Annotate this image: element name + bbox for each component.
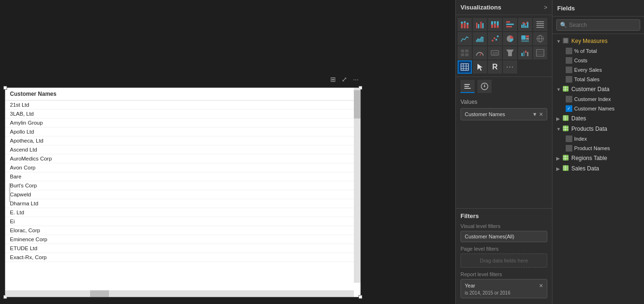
scrollbar-thumb[interactable] — [354, 90, 360, 118]
list-item[interactable]: Bare — [5, 172, 354, 181]
table-icon — [563, 126, 569, 132]
viz-icon-area[interactable] — [473, 32, 487, 45]
report-filter-pill[interactable]: Year × is 2014, 2015 or 2016 — [460, 279, 547, 298]
viz-icon-more[interactable]: ··· — [503, 60, 517, 74]
viz-icon-clustered-bar[interactable] — [473, 18, 487, 31]
list-item[interactable]: Burt's Corp — [5, 181, 354, 190]
list-item[interactable]: Elorac, Corp — [5, 226, 354, 235]
viz-icon-row-3: 123 — [458, 46, 550, 59]
resize-handle-bottomright[interactable] — [359, 295, 362, 299]
svg-rect-3 — [464, 21, 466, 23]
svg-rect-36 — [521, 40, 529, 42]
fields-search-input[interactable] — [556, 19, 640, 31]
list-item[interactable]: Apotheca, Ltd — [5, 136, 354, 145]
viz-visual-filter-name: Customer Names(All) — [465, 234, 514, 239]
visual-center-icon[interactable]: ⊞ — [328, 75, 338, 84]
viz-icon-stacked-bar[interactable] — [458, 18, 472, 31]
fields-item[interactable]: % of Total — [552, 46, 644, 56]
fields-group-header-products-data[interactable]: ▼Products Data — [552, 124, 644, 134]
list-area[interactable]: Customer Names 21st Ltd3LAB, LtdAmylin G… — [5, 88, 354, 283]
viz-icon-row-1 — [458, 18, 550, 31]
svg-rect-24 — [536, 23, 544, 24]
fields-group-sales-data: ▶Sales Data — [552, 163, 644, 174]
fields-group-header-dates[interactable]: ▶Dates — [552, 113, 644, 124]
viz-icon-scatter[interactable] — [488, 32, 502, 45]
bottom-scrollbar-thumb[interactable] — [90, 290, 109, 297]
list-item[interactable]: Apollo Ltd — [5, 127, 354, 136]
resize-handle-topleft[interactable] — [3, 86, 7, 90]
viz-icon-map[interactable] — [533, 32, 547, 45]
fields-group-header-regions-table[interactable]: ▶Regions Table — [552, 153, 644, 163]
svg-rect-4 — [467, 25, 468, 28]
list-item[interactable]: 3LAB, Ltd — [5, 110, 354, 118]
viz-icon-cursor[interactable] — [473, 60, 487, 74]
report-filter-remove[interactable]: × — [539, 282, 543, 289]
left-edge-handle[interactable] — [9, 183, 10, 202]
viz-icon-card[interactable]: 123 — [488, 46, 502, 59]
svg-rect-40 — [461, 50, 464, 52]
viz-field-remove[interactable]: × — [539, 110, 543, 118]
viz-icon-line-bar[interactable] — [518, 18, 532, 31]
svg-rect-41 — [465, 50, 468, 52]
fields-item[interactable]: Every Sales — [552, 65, 644, 75]
fields-item[interactable]: Total Sales — [552, 75, 644, 84]
fields-item-name: Costs — [574, 58, 587, 63]
viz-icon-treemap[interactable] — [518, 32, 532, 45]
fields-item-name: Product Names — [574, 145, 610, 151]
viz-bottom-icons — [456, 76, 552, 96]
svg-rect-23 — [536, 21, 544, 22]
list-item[interactable]: Avon Corp — [5, 163, 354, 172]
list-item[interactable]: Dharma Ltd — [5, 199, 354, 208]
viz-icon-stacked-bar-100[interactable] — [488, 18, 502, 31]
visual-expand-icon[interactable]: ⤢ — [340, 75, 349, 84]
list-item[interactable]: Exact-Rx, Corp — [5, 253, 354, 262]
viz-icon-bar-chart[interactable] — [503, 18, 517, 31]
viz-icon-gauge[interactable] — [473, 46, 487, 59]
vertical-scrollbar[interactable] — [354, 88, 360, 283]
fields-group-header-customer-data[interactable]: ▼Customer Data — [552, 84, 644, 94]
report-filter-name: Year — [465, 283, 475, 288]
fields-group-regions-table: ▶Regions Table — [552, 153, 644, 163]
list-item[interactable]: AuroMedics Corp — [5, 154, 354, 163]
list-item[interactable]: Capweld — [5, 190, 354, 199]
measure-icon — [563, 38, 569, 44]
viz-format-icon[interactable] — [460, 80, 475, 93]
fields-item[interactable]: Customer Index — [552, 94, 644, 104]
viz-icon-multi-row[interactable] — [533, 18, 547, 31]
svg-rect-34 — [526, 35, 529, 37]
fields-group-name: Dates — [571, 115, 640, 122]
list-item[interactable]: Amylin Group — [5, 118, 354, 127]
fields-item[interactable]: Product Names — [552, 144, 644, 153]
viz-visual-filter-pill[interactable]: Customer Names(All) — [460, 231, 547, 242]
viz-icon-waterfall[interactable] — [518, 46, 532, 59]
viz-icon-funnel[interactable] — [503, 46, 517, 59]
viz-panel-expand[interactable]: > — [544, 4, 547, 11]
visual-more-icon[interactable]: ··· — [351, 75, 360, 84]
visual-container[interactable]: ⊞ ⤢ ··· Customer Names 21st Ltd3LAB, Ltd… — [5, 87, 361, 297]
fields-group-header-key-measures[interactable]: ▼Key Measures — [552, 36, 644, 46]
fields-item[interactable]: Index — [552, 134, 644, 144]
fields-item[interactable]: Costs — [552, 56, 644, 65]
fields-group-header-sales-data[interactable]: ▶Sales Data — [552, 163, 644, 174]
list-item[interactable]: ETUDE Ltd — [5, 244, 354, 253]
list-item[interactable]: Ei — [5, 217, 354, 226]
list-item[interactable]: Ascend Ltd — [5, 145, 354, 154]
viz-analytics-icon[interactable] — [477, 80, 492, 93]
viz-icon-ribbon[interactable] — [533, 46, 547, 59]
viz-drag-area[interactable]: Drag data fields here — [460, 253, 547, 268]
list-item[interactable]: Eminence Corp — [5, 235, 354, 244]
svg-rect-49 — [525, 51, 527, 53]
viz-icon-matrix[interactable] — [458, 46, 472, 59]
fields-item[interactable]: ✓Customer Names — [552, 104, 644, 113]
horizontal-scrollbar[interactable] — [5, 290, 354, 297]
viz-field-pill-customer-names[interactable]: Customer Names ▼ × — [460, 108, 547, 120]
viz-icon-table-selected[interactable] — [458, 60, 472, 74]
svg-rect-86 — [563, 165, 569, 171]
list-item[interactable]: E. Ltd — [5, 208, 354, 217]
list-item[interactable]: 21st Ltd — [5, 101, 354, 110]
svg-rect-16 — [506, 26, 512, 27]
viz-icon-pie[interactable] — [503, 32, 517, 45]
viz-icon-line[interactable] — [458, 32, 472, 45]
svg-rect-61 — [464, 86, 469, 87]
viz-icon-r-script[interactable]: R — [488, 60, 502, 74]
